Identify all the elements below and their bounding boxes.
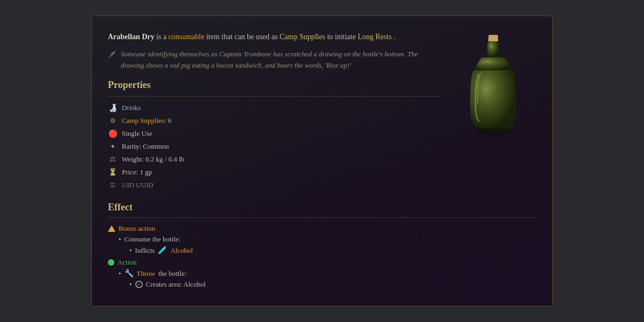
alcohol-link[interactable]: Alcohol: [170, 246, 193, 255]
bottle-image: [450, 31, 536, 138]
properties-list: 🍶 Drinks ⚙ Camp Supplies: 6 🔴 Single Use…: [108, 103, 440, 190]
check-circle-icon: ✓: [135, 281, 143, 288]
item-card: Arabellan Dry is a consumable item that …: [91, 16, 553, 307]
sub-bullet-dot-2: •: [129, 280, 132, 289]
prop-drinks: 🍶 Drinks: [108, 103, 440, 113]
camp-icon: ⚙: [108, 116, 118, 126]
flavor-text: Someone identifying themselves as Captai…: [121, 49, 440, 71]
uid-label: UID UUID: [122, 181, 153, 189]
svg-rect-1: [488, 35, 498, 42]
properties-divider: [108, 96, 440, 97]
bonus-action-label: Bonus action: [119, 224, 155, 233]
feather-icon: [108, 50, 116, 58]
sub-bullet-dot: •: [129, 246, 132, 255]
uid-icon: ☰: [108, 180, 118, 190]
prop-weight: ⚖ Weight: 0.2 kg / 0.4 lb: [108, 155, 440, 164]
consume-text: Consume the bottle:: [125, 235, 181, 244]
svg-point-3: [474, 127, 512, 136]
top-section: Arabellan Dry is a consumable item that …: [108, 31, 536, 194]
flavor-text-block: Someone identifying themselves as Captai…: [108, 49, 440, 71]
bonus-action-badge: Bonus action: [108, 224, 536, 233]
svg-rect-2: [487, 41, 499, 57]
rarity-label: Rarity: Common: [122, 142, 169, 151]
weight-icon: ⚖: [108, 155, 118, 164]
period: .: [393, 33, 396, 41]
prop-camp-supplies: ⚙ Camp Supplies: 6: [108, 116, 440, 126]
drinks-label: Drinks: [122, 104, 141, 112]
single-use-label: Single Use: [122, 129, 152, 138]
throw-bottle-item: • 🔧 Throw the bottle:: [119, 269, 536, 278]
check-mark: ✓: [137, 282, 141, 287]
item-text: item that can be used as: [206, 33, 280, 41]
item-name: Arabellan Dry: [108, 33, 155, 41]
long-rests-link[interactable]: Long Rests: [357, 33, 391, 41]
svg-line-0: [109, 56, 110, 57]
bottle-svg: [458, 34, 528, 136]
throw-rest-text: the bottle:: [158, 269, 186, 278]
consume-bottle-item: • Consume the bottle:: [119, 235, 536, 244]
single-use-icon: 🔴: [108, 129, 118, 138]
throw-icon: 🔧: [125, 269, 134, 278]
creates-area-item: • ✓ Creates area: Alcohol: [129, 280, 536, 289]
bullet-dot: •: [119, 235, 121, 244]
effect-divider: [108, 217, 536, 218]
text-content: Arabellan Dry is a consumable item that …: [108, 31, 450, 194]
price-icon: ⏳: [108, 167, 118, 177]
effect-section: Effect Bonus action • Consume the bottle…: [108, 202, 536, 291]
bullet-dot-2: •: [119, 269, 121, 278]
consumable-link[interactable]: consumable: [169, 33, 204, 41]
initiate-text: to initiate: [327, 33, 358, 41]
camp-link[interactable]: Camp Supplies: [122, 116, 164, 125]
title-line: Arabellan Dry is a consumable item that …: [108, 31, 440, 42]
triangle-icon: [108, 225, 115, 232]
alcohol-icon: 🧪: [158, 246, 167, 255]
prop-uid: ☰ UID UUID: [108, 180, 440, 190]
circle-green-icon: [108, 259, 114, 266]
properties-title: Properties: [108, 79, 440, 91]
prop-price: ⏳ Price: 1 gp: [108, 167, 440, 177]
inflicts-item: • Inflicts 🧪 Alcohol: [129, 246, 536, 255]
weight-label: Weight: 0.2 kg / 0.4 lb: [122, 155, 184, 164]
prop-single-use: 🔴 Single Use: [108, 129, 440, 138]
rarity-icon: ✦: [108, 142, 118, 151]
effect-title: Effect: [108, 202, 536, 213]
price-label: Price: 1 gp: [122, 168, 152, 177]
prop-rarity: ✦ Rarity: Common: [108, 142, 440, 151]
inflicts-label: Inflicts: [135, 246, 155, 255]
action-badge: Action: [108, 258, 536, 267]
camp-supplies-text: Camp Supplies: 6: [122, 116, 171, 125]
is-text: is a: [156, 33, 169, 41]
camp-supplies-link[interactable]: Camp Supplies: [280, 33, 325, 41]
action-label: Action: [118, 258, 136, 267]
throw-link[interactable]: Throw: [137, 269, 156, 278]
drinks-icon: 🍶: [108, 103, 118, 113]
creates-area-label: Creates area: Alcohol: [146, 280, 206, 289]
